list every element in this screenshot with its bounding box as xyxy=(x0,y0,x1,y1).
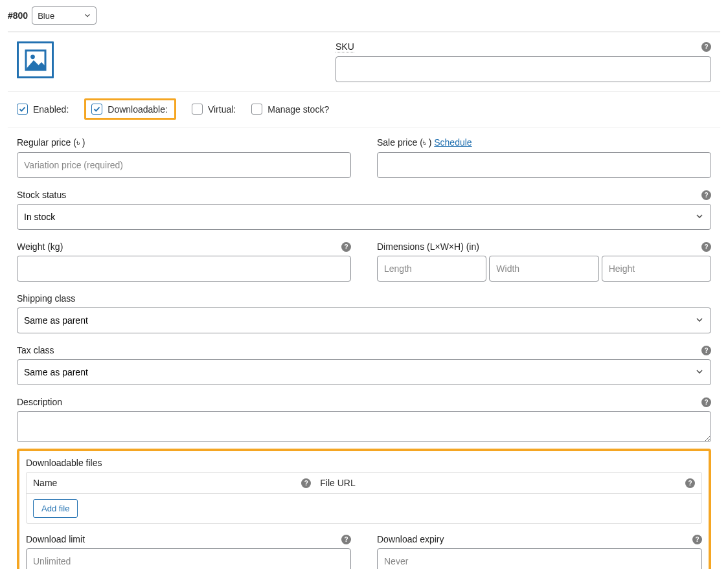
sale-price-label: Sale price (৳ ) Schedule xyxy=(377,137,711,148)
pricing-row: Regular price (৳ ) Sale price (৳ ) Sched… xyxy=(17,137,711,178)
manage-stock-checkbox[interactable] xyxy=(251,104,262,115)
stock-status-select[interactable] xyxy=(17,204,711,230)
tax-class-select[interactable] xyxy=(17,359,711,385)
enabled-label: Enabled: xyxy=(33,104,69,115)
image-icon xyxy=(24,49,47,72)
form-body: Regular price (৳ ) Sale price (৳ ) Sched… xyxy=(8,128,720,569)
help-icon[interactable]: ? xyxy=(301,478,311,488)
enabled-checkbox[interactable] xyxy=(17,104,28,115)
help-icon[interactable]: ? xyxy=(692,535,702,544)
sku-label: SKU xyxy=(336,41,354,52)
variation-id: #800 xyxy=(8,10,28,21)
help-icon[interactable]: ? xyxy=(701,42,711,52)
sku-input[interactable] xyxy=(336,56,711,82)
help-icon[interactable]: ? xyxy=(701,397,711,407)
variation-image-placeholder[interactable] xyxy=(17,41,54,78)
width-input[interactable] xyxy=(489,256,598,282)
help-icon[interactable]: ? xyxy=(701,190,711,200)
schedule-link[interactable]: Schedule xyxy=(434,137,472,148)
variation-header: #800 Blue xyxy=(8,6,720,31)
weight-input[interactable] xyxy=(17,256,351,282)
shipping-class-select[interactable] xyxy=(17,307,711,333)
download-limit-input[interactable] xyxy=(26,548,351,569)
virtual-checkbox[interactable] xyxy=(192,104,203,115)
variation-panel: SKU ? Enabled: Downloadable: Virtual: Ma… xyxy=(8,31,720,569)
chevron-down-icon xyxy=(84,12,91,19)
col-url-header: File URL xyxy=(320,478,355,488)
help-icon[interactable]: ? xyxy=(701,242,711,252)
download-expiry-input[interactable] xyxy=(377,548,702,569)
downloadable-label: Downloadable: xyxy=(108,104,168,115)
dimensions-label: Dimensions (L×W×H) (in) xyxy=(377,241,479,252)
enabled-checkbox-wrap[interactable]: Enabled: xyxy=(17,100,69,118)
downloadable-checkbox[interactable] xyxy=(91,104,102,115)
sale-price-input[interactable] xyxy=(377,152,711,178)
description-textarea[interactable] xyxy=(17,411,711,442)
tax-class-label: Tax class xyxy=(17,345,54,355)
downloadable-section: Downloadable files Name ? File URL ? Add… xyxy=(17,449,711,569)
help-icon[interactable]: ? xyxy=(341,242,351,252)
attribute-select[interactable]: Blue xyxy=(32,6,97,25)
stock-status-label: Stock status xyxy=(17,190,66,200)
shipping-class-label: Shipping class xyxy=(17,293,711,304)
download-expiry-label: Download expiry xyxy=(377,534,444,544)
regular-price-label: Regular price (৳ ) xyxy=(17,137,351,148)
manage-stock-checkbox-wrap[interactable]: Manage stock? xyxy=(251,100,329,118)
virtual-label: Virtual: xyxy=(208,104,236,115)
top-block: SKU ? xyxy=(8,41,720,91)
length-input[interactable] xyxy=(377,256,486,282)
regular-price-input[interactable] xyxy=(17,152,351,178)
attribute-select-value: Blue xyxy=(38,11,54,21)
virtual-checkbox-wrap[interactable]: Virtual: xyxy=(192,100,236,118)
height-input[interactable] xyxy=(602,256,711,282)
download-limit-label: Download limit xyxy=(26,534,85,544)
downloadable-files-label: Downloadable files xyxy=(26,458,102,468)
help-icon[interactable]: ? xyxy=(341,535,351,544)
description-label: Description xyxy=(17,397,62,407)
sale-price-label-text: Sale price (৳ ) xyxy=(377,137,431,148)
checkbox-bar: Enabled: Downloadable: Virtual: Manage s… xyxy=(8,91,720,128)
col-name-header: Name xyxy=(33,478,57,488)
add-file-button[interactable]: Add file xyxy=(33,499,78,518)
svg-point-1 xyxy=(30,54,35,59)
help-icon[interactable]: ? xyxy=(701,346,711,355)
downloadable-files-table: Name ? File URL ? Add file xyxy=(26,472,702,524)
weight-label: Weight (kg) xyxy=(17,241,63,252)
help-icon[interactable]: ? xyxy=(685,478,695,488)
manage-stock-label: Manage stock? xyxy=(267,104,329,115)
downloadable-checkbox-wrap[interactable]: Downloadable: xyxy=(84,98,176,120)
